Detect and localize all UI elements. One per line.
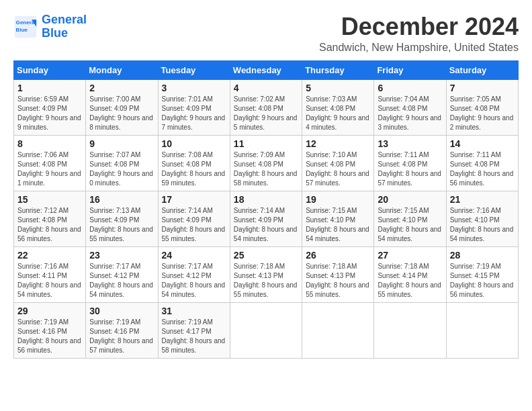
- calendar-table: SundayMondayTuesdayWednesdayThursdayFrid…: [13, 60, 519, 359]
- day-number: 3: [162, 83, 226, 93]
- day-number: 19: [306, 194, 370, 205]
- calendar-cell: 16Sunrise: 7:13 AMSunset: 4:09 PMDayligh…: [86, 191, 158, 246]
- day-info: Sunrise: 7:07 AMSunset: 4:08 PMDaylight:…: [89, 150, 154, 188]
- day-info: Sunrise: 7:18 AMSunset: 4:13 PMDaylight:…: [234, 262, 298, 300]
- day-info: Sunrise: 7:19 AMSunset: 4:17 PMDaylight:…: [162, 318, 226, 355]
- day-info: Sunrise: 7:12 AMSunset: 4:08 PMDaylight:…: [17, 206, 82, 244]
- weekday-header-thursday: Thursday: [302, 60, 374, 79]
- svg-text:Blue: Blue: [16, 27, 28, 33]
- day-info: Sunrise: 7:01 AMSunset: 4:09 PMDaylight:…: [162, 95, 226, 132]
- calendar-body: 1Sunrise: 6:59 AMSunset: 4:09 PMDaylight…: [14, 79, 519, 358]
- day-info: Sunrise: 7:02 AMSunset: 4:08 PMDaylight:…: [234, 95, 298, 132]
- day-info: Sunrise: 7:14 AMSunset: 4:09 PMDaylight:…: [162, 206, 226, 244]
- calendar-cell: 11Sunrise: 7:09 AMSunset: 4:08 PMDayligh…: [230, 135, 302, 191]
- day-number: 7: [450, 83, 515, 93]
- day-number: 28: [450, 250, 515, 261]
- calendar-cell: 21Sunrise: 7:16 AMSunset: 4:10 PMDayligh…: [446, 191, 518, 246]
- logo: General Blue GeneralBlue: [13, 13, 87, 40]
- day-number: 16: [89, 194, 154, 205]
- day-info: Sunrise: 7:16 AMSunset: 4:10 PMDaylight:…: [450, 206, 515, 244]
- weekday-header-wednesday: Wednesday: [230, 60, 302, 79]
- day-number: 12: [306, 138, 370, 149]
- calendar-cell: 26Sunrise: 7:18 AMSunset: 4:13 PMDayligh…: [302, 246, 374, 302]
- day-number: 18: [234, 194, 298, 205]
- day-info: Sunrise: 7:05 AMSunset: 4:08 PMDaylight:…: [450, 95, 515, 132]
- calendar-cell: 1Sunrise: 6:59 AMSunset: 4:09 PMDaylight…: [14, 79, 86, 135]
- day-info: Sunrise: 7:04 AMSunset: 4:08 PMDaylight:…: [378, 95, 442, 132]
- weekday-header-row: SundayMondayTuesdayWednesdayThursdayFrid…: [14, 60, 519, 79]
- day-info: Sunrise: 7:19 AMSunset: 4:16 PMDaylight:…: [17, 318, 82, 355]
- day-number: 20: [378, 194, 442, 205]
- weekday-header-sunday: Sunday: [14, 60, 86, 79]
- weekday-header-friday: Friday: [374, 60, 446, 79]
- day-number: 5: [306, 83, 370, 93]
- weekday-header-monday: Monday: [86, 60, 158, 79]
- calendar-cell: 2Sunrise: 7:00 AMSunset: 4:09 PMDaylight…: [86, 79, 158, 135]
- calendar-cell: 22Sunrise: 7:16 AMSunset: 4:11 PMDayligh…: [14, 246, 86, 302]
- day-number: 29: [17, 306, 82, 316]
- day-info: Sunrise: 7:18 AMSunset: 4:13 PMDaylight:…: [306, 262, 370, 300]
- logo-icon: General Blue: [13, 15, 38, 39]
- logo-wordmark: GeneralBlue: [42, 13, 87, 40]
- day-number: 2: [89, 83, 154, 93]
- location-subtitle: Sandwich, New Hampshire, United States: [319, 42, 519, 54]
- calendar-cell: 28Sunrise: 7:19 AMSunset: 4:15 PMDayligh…: [446, 246, 518, 302]
- day-number: 15: [17, 194, 82, 205]
- calendar-cell: 18Sunrise: 7:14 AMSunset: 4:09 PMDayligh…: [230, 191, 302, 246]
- day-info: Sunrise: 7:13 AMSunset: 4:09 PMDaylight:…: [89, 206, 154, 244]
- calendar-cell: 8Sunrise: 7:06 AMSunset: 4:08 PMDaylight…: [14, 135, 86, 191]
- calendar-cell: 12Sunrise: 7:10 AMSunset: 4:08 PMDayligh…: [302, 135, 374, 191]
- calendar-week-row: 15Sunrise: 7:12 AMSunset: 4:08 PMDayligh…: [14, 191, 519, 246]
- day-info: Sunrise: 7:17 AMSunset: 4:12 PMDaylight:…: [162, 262, 226, 300]
- calendar-cell: 14Sunrise: 7:11 AMSunset: 4:08 PMDayligh…: [446, 135, 518, 191]
- day-number: 17: [162, 194, 226, 205]
- calendar-cell: 13Sunrise: 7:11 AMSunset: 4:08 PMDayligh…: [374, 135, 446, 191]
- day-info: Sunrise: 7:06 AMSunset: 4:08 PMDaylight:…: [17, 150, 82, 188]
- calendar-header: SundayMondayTuesdayWednesdayThursdayFrid…: [14, 60, 519, 79]
- day-info: Sunrise: 7:19 AMSunset: 4:16 PMDaylight:…: [89, 318, 154, 355]
- day-info: Sunrise: 7:03 AMSunset: 4:08 PMDaylight:…: [306, 95, 370, 132]
- day-number: 22: [17, 250, 82, 261]
- calendar-cell: 31Sunrise: 7:19 AMSunset: 4:17 PMDayligh…: [158, 302, 230, 358]
- day-number: 27: [378, 250, 442, 261]
- weekday-header-tuesday: Tuesday: [158, 60, 230, 79]
- day-number: 24: [162, 250, 226, 261]
- day-number: 1: [17, 83, 82, 93]
- calendar-cell: [302, 302, 374, 358]
- day-info: Sunrise: 7:15 AMSunset: 4:10 PMDaylight:…: [378, 206, 442, 244]
- day-number: 4: [234, 83, 298, 93]
- day-number: 10: [162, 138, 226, 149]
- day-number: 30: [89, 306, 154, 316]
- day-number: 14: [450, 138, 515, 149]
- calendar-cell: 4Sunrise: 7:02 AMSunset: 4:08 PMDaylight…: [230, 79, 302, 135]
- day-info: Sunrise: 7:16 AMSunset: 4:11 PMDaylight:…: [17, 262, 82, 300]
- calendar-cell: 25Sunrise: 7:18 AMSunset: 4:13 PMDayligh…: [230, 246, 302, 302]
- calendar-cell: 24Sunrise: 7:17 AMSunset: 4:12 PMDayligh…: [158, 246, 230, 302]
- calendar-cell: 5Sunrise: 7:03 AMSunset: 4:08 PMDaylight…: [302, 79, 374, 135]
- calendar-cell: 3Sunrise: 7:01 AMSunset: 4:09 PMDaylight…: [158, 79, 230, 135]
- day-number: 11: [234, 138, 298, 149]
- day-number: 6: [378, 83, 442, 93]
- header: General Blue GeneralBlue December 2024 S…: [13, 13, 519, 54]
- day-info: Sunrise: 7:00 AMSunset: 4:09 PMDaylight:…: [89, 95, 154, 132]
- day-number: 23: [89, 250, 154, 261]
- day-info: Sunrise: 7:09 AMSunset: 4:08 PMDaylight:…: [234, 150, 298, 188]
- title-block: December 2024 Sandwich, New Hampshire, U…: [319, 13, 519, 54]
- day-info: Sunrise: 7:14 AMSunset: 4:09 PMDaylight:…: [234, 206, 298, 244]
- day-number: 9: [89, 138, 154, 149]
- day-number: 31: [162, 306, 226, 316]
- day-info: Sunrise: 7:15 AMSunset: 4:10 PMDaylight:…: [306, 206, 370, 244]
- day-number: 8: [17, 138, 82, 149]
- day-info: Sunrise: 7:11 AMSunset: 4:08 PMDaylight:…: [450, 150, 515, 188]
- day-info: Sunrise: 7:10 AMSunset: 4:08 PMDaylight:…: [306, 150, 370, 188]
- calendar-week-row: 29Sunrise: 7:19 AMSunset: 4:16 PMDayligh…: [14, 302, 519, 358]
- calendar-cell: 27Sunrise: 7:18 AMSunset: 4:14 PMDayligh…: [374, 246, 446, 302]
- calendar-cell: 20Sunrise: 7:15 AMSunset: 4:10 PMDayligh…: [374, 191, 446, 246]
- calendar-cell: 23Sunrise: 7:17 AMSunset: 4:12 PMDayligh…: [86, 246, 158, 302]
- day-info: Sunrise: 7:19 AMSunset: 4:15 PMDaylight:…: [450, 262, 515, 300]
- day-number: 21: [450, 194, 515, 205]
- calendar-cell: 15Sunrise: 7:12 AMSunset: 4:08 PMDayligh…: [14, 191, 86, 246]
- calendar-week-row: 1Sunrise: 6:59 AMSunset: 4:09 PMDaylight…: [14, 79, 519, 135]
- calendar-cell: 7Sunrise: 7:05 AMSunset: 4:08 PMDaylight…: [446, 79, 518, 135]
- calendar-cell: 29Sunrise: 7:19 AMSunset: 4:16 PMDayligh…: [14, 302, 86, 358]
